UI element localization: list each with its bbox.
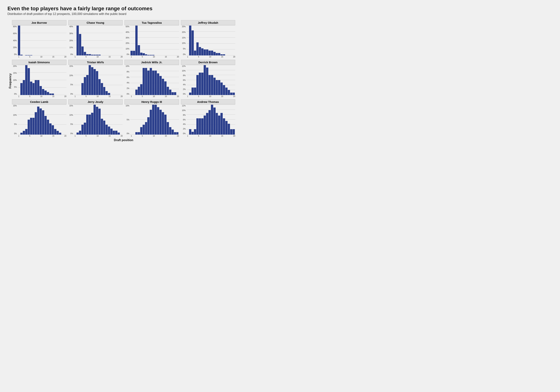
chart-title-4: Isaiah Simmons (12, 60, 66, 65)
chart-inner-7: 0%2%4%6%8%10%12% (181, 65, 235, 95)
bar-1-4 (84, 52, 86, 55)
x-tick: 10 (97, 95, 99, 97)
x-tick: 1 (18, 56, 20, 58)
bar-0-5 (30, 55, 32, 55)
x-tick: 1 (75, 135, 76, 137)
chart-title-5: Tristan Wirfs (68, 60, 123, 65)
bars-row-10 (130, 105, 179, 135)
y-ticks-5: 0%5%10%15% (68, 65, 74, 95)
bar-3-1 (189, 26, 191, 55)
bar-9-1 (77, 132, 79, 135)
x-tick: 1 (131, 56, 132, 58)
bar-9-9 (96, 107, 98, 135)
x-tick: 20 (120, 135, 123, 137)
bar-7-19 (233, 93, 235, 95)
x-axis-label: Draft position (12, 139, 235, 142)
x-tick: 15 (221, 135, 223, 137)
y-tick: 40% (12, 40, 17, 42)
bar-7-4 (196, 75, 199, 95)
bar-6-16 (169, 90, 171, 95)
bar-7-10 (211, 75, 213, 95)
bar-3-11 (213, 52, 216, 55)
chart-title-10: Henry Ruggs III (124, 99, 179, 104)
y-tick: 4% (181, 123, 186, 125)
bar-1-10 (98, 55, 101, 55)
y-tick: 20% (181, 31, 186, 33)
y-tick: 15% (68, 65, 73, 67)
x-tick: 15 (165, 56, 167, 58)
bar-10-14 (164, 115, 167, 135)
bar-7-7 (204, 65, 206, 95)
bars-row-8 (18, 105, 66, 135)
bar-11-10 (211, 105, 213, 135)
bar-10-6 (145, 122, 147, 135)
chart-cell-5: Tristan Wirfs0%5%10%15%15101520 (68, 60, 123, 97)
bar-2-3 (138, 45, 140, 55)
chart-inner-3: 0%5%10%15%20%25% (181, 26, 235, 55)
bar-8-15 (54, 129, 56, 135)
bar-9-8 (93, 105, 96, 135)
x-tick: 20 (233, 95, 235, 97)
chart-inner-2: 0%10%20%30%40%50% (124, 26, 179, 55)
bar-9-15 (110, 129, 112, 135)
y-tick: 10% (124, 105, 129, 107)
chart-inner-0: 0%20%40%60%80% (12, 26, 66, 55)
x-tick: 1 (187, 135, 188, 137)
y-tick: 0% (12, 132, 17, 135)
bars-area-10 (130, 105, 179, 135)
bar-2-6 (145, 54, 147, 55)
y-tick: 0% (181, 132, 186, 135)
x-tick: 1 (75, 95, 76, 97)
x-tick: 5 (29, 135, 30, 137)
bar-2-4 (140, 53, 142, 55)
bar-10-2 (135, 132, 138, 135)
bar-1-6 (89, 54, 91, 55)
x-tick: 10 (97, 56, 99, 58)
bar-10-15 (167, 122, 169, 135)
bar-6-9 (152, 70, 154, 95)
bar-11-7 (204, 116, 206, 135)
bar-11-11 (213, 108, 216, 135)
bar-1-8 (93, 55, 96, 55)
chart-area: Frequency Joe Burrow0%20%40%60%80%151015… (8, 20, 235, 142)
bar-11-14 (220, 113, 223, 135)
y-tick: 5% (181, 48, 186, 50)
bar-6-15 (167, 87, 169, 95)
bar-11-15 (223, 118, 225, 135)
bar-9-2 (79, 131, 81, 135)
chart-cell-10: Henry Ruggs III0%5%10%15101520 (124, 99, 179, 137)
y-tick: 2% (124, 87, 129, 90)
bar-4-8 (37, 80, 39, 95)
bar-10-4 (140, 127, 142, 135)
bar-10-8 (150, 110, 152, 135)
y-ticks-6: 0%2%4%6%8%10% (124, 65, 130, 95)
charts-grid: Joe Burrow0%20%40%60%80%15101520Chase Yo… (12, 20, 235, 137)
bar-1-9 (96, 55, 98, 55)
bar-10-12 (160, 110, 162, 135)
bars-row-6 (130, 65, 179, 95)
x-tick: 5 (86, 135, 87, 137)
bar-7-12 (216, 80, 218, 95)
y-tick: 5% (12, 123, 17, 125)
x-ticks-11: 15101520 (181, 135, 235, 137)
bar-7-2 (191, 88, 194, 95)
bar-11-8 (206, 113, 208, 135)
bar-11-13 (218, 116, 220, 135)
bar-4-7 (35, 80, 37, 95)
x-tick: 15 (165, 95, 167, 97)
subtitle: Distribution of draft position of top 12… (8, 12, 235, 16)
bar-6-14 (164, 81, 167, 95)
bar-11-3 (194, 129, 196, 135)
bar-2-0 (130, 51, 133, 55)
bar-8-9 (40, 109, 42, 135)
bar-5-13 (105, 91, 108, 95)
bar-7-5 (199, 73, 201, 95)
bar-1-1 (77, 26, 79, 55)
bar-9-5 (86, 115, 89, 135)
bar-7-15 (223, 85, 225, 95)
bar-5-9 (96, 71, 98, 95)
y-ticks-4: 0%5%10%15%20% (12, 65, 18, 95)
bar-2-7 (147, 55, 150, 55)
bar-8-1 (20, 133, 23, 135)
bars-row-4 (18, 65, 66, 95)
